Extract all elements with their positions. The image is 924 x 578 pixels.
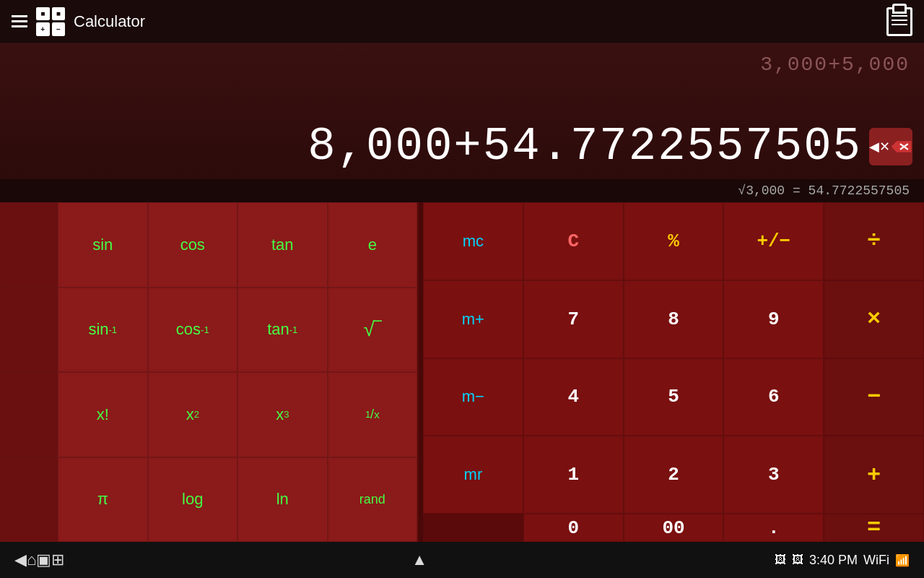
four-button[interactable]: 4 <box>523 358 624 436</box>
calc-panels: sin cos tan e sin-1 cos-1 tan-1 √‾ x! x2… <box>0 202 924 542</box>
double-zero-button[interactable]: 00 <box>624 514 724 542</box>
sci-empty-1 <box>0 202 58 288</box>
standard-panel: mc C % +/− ÷ m+ 7 8 9 × m− 4 5 6 − mr 1 … <box>423 202 924 542</box>
sin-button[interactable]: sin <box>58 202 148 288</box>
backspace-button[interactable] <box>869 128 912 165</box>
minus-button[interactable]: − <box>824 358 924 436</box>
asin-button[interactable]: sin-1 <box>58 288 148 373</box>
divide-button[interactable]: ÷ <box>824 202 924 280</box>
cos-button[interactable]: cos <box>148 202 238 288</box>
rand-button[interactable]: rand <box>328 457 418 543</box>
log-button[interactable]: log <box>148 457 238 543</box>
secondary-display: 3,000+5,000 <box>760 53 910 76</box>
bottom-nav: ◀ ⌂ ▣ ⊞ ▲ 🖼 🖼 3:40 PM WiFi 📶 <box>0 542 924 578</box>
image-icon: 🖼 <box>792 553 803 566</box>
signal-icon: 📶 <box>895 553 910 567</box>
decimal-button[interactable]: . <box>723 514 824 542</box>
sci-empty-2 <box>0 288 58 373</box>
display-area: 3,000+5,000 8,000+54.7722557505 √3,000 =… <box>0 43 924 202</box>
plus-minus-button[interactable]: +/− <box>723 202 824 280</box>
top-bar-left: ■ ■ + – Calculator <box>12 7 145 36</box>
calc-icon-cell: + <box>36 22 50 36</box>
percent-button[interactable]: % <box>624 202 724 280</box>
primary-display: 8,000+54.7722557505 <box>0 114 924 179</box>
main-expression: 8,000+54.7722557505 <box>12 121 862 173</box>
seven-button[interactable]: 7 <box>523 280 624 358</box>
sci-empty-3 <box>0 372 58 457</box>
scientific-panel: sin cos tan e sin-1 cos-1 tan-1 √‾ x! x2… <box>0 202 419 542</box>
ln-button[interactable]: ln <box>237 457 328 543</box>
m-minus-button[interactable]: m− <box>423 358 523 436</box>
backspace-icon <box>890 136 912 158</box>
equals-button[interactable]: = <box>824 514 924 542</box>
empty-btn-bottom <box>423 514 523 542</box>
notification-icon: 🖼 <box>775 553 786 566</box>
acos-button[interactable]: cos-1 <box>148 288 238 373</box>
five-button[interactable]: 5 <box>624 358 724 436</box>
two-button[interactable]: 2 <box>624 436 724 514</box>
reciprocal-button[interactable]: 1/x <box>328 372 418 457</box>
three-button[interactable]: 3 <box>723 436 824 514</box>
svg-marker-0 <box>892 141 912 152</box>
app-title: Calculator <box>74 12 145 31</box>
top-bar: ■ ■ + – Calculator <box>0 0 924 43</box>
formula-display: √3,000 = 54.7722557505 <box>0 179 924 202</box>
one-button[interactable]: 1 <box>523 436 624 514</box>
eight-button[interactable]: 8 <box>624 280 724 358</box>
clear-button[interactable]: C <box>523 202 624 280</box>
tan-button[interactable]: tan <box>237 202 328 288</box>
recents-button[interactable]: ▣ <box>36 551 51 569</box>
calc-icon-cell: – <box>52 22 66 36</box>
wifi-icon: WiFi <box>863 553 889 568</box>
cube-button[interactable]: x3 <box>237 372 328 457</box>
multiply-button[interactable]: × <box>824 280 924 358</box>
mr-button[interactable]: mr <box>423 436 523 514</box>
up-arrow-button[interactable]: ▲ <box>411 551 427 569</box>
back-button[interactable]: ◀ <box>14 551 27 569</box>
calc-icon-cell: ■ <box>52 7 66 21</box>
scan-button[interactable]: ⊞ <box>51 551 64 569</box>
mc-button[interactable]: mc <box>423 202 523 280</box>
home-button[interactable]: ⌂ <box>27 551 36 569</box>
zero-button[interactable]: 0 <box>523 514 624 542</box>
status-bar: 🖼 🖼 3:40 PM WiFi 📶 <box>775 553 910 568</box>
time-display: 3:40 PM <box>809 553 858 568</box>
pi-button[interactable]: π <box>58 457 148 543</box>
plus-button[interactable]: + <box>824 436 924 514</box>
square-button[interactable]: x2 <box>148 372 238 457</box>
atan-button[interactable]: tan-1 <box>237 288 328 373</box>
nine-button[interactable]: 9 <box>723 280 824 358</box>
six-button[interactable]: 6 <box>723 358 824 436</box>
e-button[interactable]: e <box>328 202 418 288</box>
factorial-button[interactable]: x! <box>58 372 148 457</box>
menu-button[interactable] <box>12 15 27 27</box>
sci-empty-4 <box>0 457 58 543</box>
clipboard-button[interactable] <box>886 7 912 36</box>
calc-icon-cell: ■ <box>36 7 50 21</box>
sqrt-button[interactable]: √‾ <box>328 288 418 373</box>
app-icon: ■ ■ + – <box>36 7 65 36</box>
m-plus-button[interactable]: m+ <box>423 280 523 358</box>
